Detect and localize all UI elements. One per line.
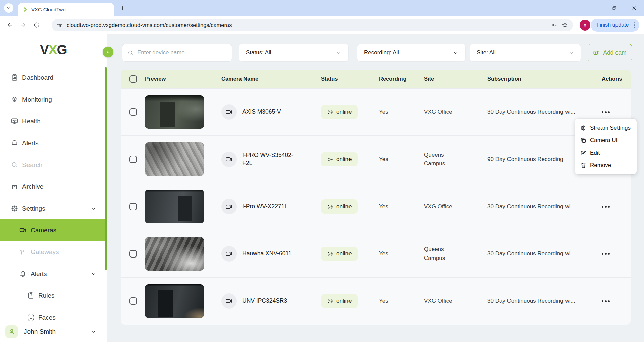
window-close-button[interactable]: [624, 0, 644, 16]
chevron-down-icon: [453, 50, 459, 56]
camera-name: Hanwha XNV-6011: [242, 250, 292, 258]
app-root: VXG Dashboard Monitoring Health Alerts S…: [0, 34, 644, 342]
status-filter-dropdown[interactable]: Status: All: [239, 44, 349, 62]
finish-update-button[interactable]: Finish update: [591, 19, 639, 32]
sidebar-item-health[interactable]: Health: [0, 110, 107, 132]
row-actions-button[interactable]: [602, 249, 622, 259]
header-status: Status: [321, 76, 379, 82]
browser-tab[interactable]: VXG CloudTwo: [18, 3, 114, 16]
tab-close-icon[interactable]: [103, 6, 111, 13]
camera-preview-thumbnail[interactable]: [145, 237, 204, 271]
window-minimize-button[interactable]: [585, 0, 604, 16]
camera-preview-thumbnail[interactable]: [145, 95, 204, 129]
password-key-icon[interactable]: [551, 22, 557, 28]
menu-item-edit[interactable]: Edit: [575, 147, 637, 159]
recording-cell: Yes: [379, 109, 424, 115]
sidebar-item-monitoring[interactable]: Monitoring: [0, 89, 107, 110]
signal-icon: [327, 156, 333, 163]
webcam-icon: [11, 96, 18, 103]
sidebar-item-cameras[interactable]: Cameras: [0, 219, 107, 241]
tab-search-button[interactable]: [4, 3, 13, 13]
signal-icon: [327, 204, 333, 210]
row-checkbox[interactable]: [129, 297, 137, 305]
profile-avatar[interactable]: Y: [580, 20, 590, 31]
sidebar-item-search[interactable]: Search: [0, 154, 107, 176]
header-actions: Actions: [602, 76, 622, 82]
gear-icon: [11, 205, 18, 212]
recording-filter-dropdown[interactable]: Recording: All: [357, 44, 466, 62]
sidebar-item-archive[interactable]: Archive: [0, 176, 107, 197]
camera-name: I-Pro WV-X2271L: [242, 203, 288, 211]
site-info-icon[interactable]: [56, 22, 63, 28]
finish-update-label: Finish update: [596, 22, 629, 28]
address-bar[interactable]: cloudtwo-prod.vxgdemo.cloud-vms.com/cust…: [52, 19, 573, 31]
chevron-down-icon: [6, 6, 11, 10]
row-actions-button[interactable]: [602, 107, 622, 117]
header-recording: Recording: [379, 76, 424, 82]
site-cell: VXG Office: [424, 202, 462, 211]
row-checkbox[interactable]: [129, 203, 137, 210]
tab-favicon: [23, 7, 28, 12]
camera-preview-thumbnail[interactable]: [145, 142, 204, 176]
forward-button[interactable]: [17, 19, 29, 31]
camera-icon: [221, 246, 237, 262]
gear-icon: [580, 125, 587, 131]
new-tab-button[interactable]: [118, 4, 127, 12]
add-camera-button[interactable]: Add cam: [588, 44, 632, 61]
row-checkbox[interactable]: [129, 250, 137, 258]
chevron-down-icon: [568, 50, 574, 56]
table-row: UNV IPC324SR3 online Yes VXG Office 30 D…: [121, 277, 631, 325]
camera-plus-icon: [593, 49, 600, 56]
menu-item-remove[interactable]: Remove: [575, 159, 637, 171]
sidebar-item-dashboard[interactable]: Dashboard: [0, 67, 107, 89]
reload-button[interactable]: [31, 19, 42, 31]
sidebar-scrollbar[interactable]: [105, 67, 107, 270]
sidebar-item-rules[interactable]: Rules: [0, 285, 107, 306]
camera-preview-thumbnail[interactable]: [145, 190, 204, 223]
status-badge: online: [321, 294, 358, 308]
row-checkbox[interactable]: [129, 156, 137, 163]
window-restore-button[interactable]: [604, 0, 624, 16]
search-input[interactable]: [137, 49, 227, 56]
archive-icon: [11, 183, 18, 190]
table-row: AXIS M3065-V online Yes VXG Office 30 Da…: [121, 88, 631, 135]
site-cell: Queens Campus: [424, 245, 462, 263]
menu-item-camera-ui[interactable]: Camera UI: [575, 134, 637, 147]
search-icon: [11, 161, 18, 169]
browser-menu-icon[interactable]: [632, 22, 636, 28]
camera-icon: [221, 199, 237, 214]
copy-icon: [580, 137, 587, 144]
site-cell: Queens Campus: [424, 151, 462, 168]
row-checkbox[interactable]: [129, 108, 137, 116]
device-search: [122, 44, 232, 62]
subscription-cell: 30 Day Continuous Recording wi...: [487, 203, 602, 210]
bookmark-star-icon[interactable]: [561, 22, 568, 28]
subscription-cell: 30 Day Continuous Recording wi...: [487, 298, 602, 304]
recording-cell: Yes: [379, 298, 424, 304]
camera-icon: [221, 152, 237, 167]
chevron-down-icon: [91, 271, 97, 277]
status-badge: online: [321, 247, 358, 261]
back-button[interactable]: [4, 19, 15, 31]
url-text: cloudtwo-prod.vxgdemo.cloud-vms.com/cust…: [67, 22, 547, 28]
signal-icon: [327, 298, 333, 304]
sidebar-item-alerts-settings[interactable]: Alerts: [0, 263, 107, 285]
site-cell: VXG Office: [424, 108, 462, 116]
select-all-checkbox[interactable]: [129, 75, 137, 83]
face-scan-icon: [27, 314, 35, 321]
sidebar-item-settings[interactable]: Settings: [0, 197, 107, 219]
row-actions-button[interactable]: [602, 296, 622, 306]
camera-preview-thumbnail[interactable]: [145, 284, 204, 318]
camera-name: I-PRO WV-S35402-F2L: [242, 151, 300, 167]
sidebar-item-gateways[interactable]: Gateways: [0, 241, 107, 263]
person-icon: [8, 328, 15, 335]
row-actions-button[interactable]: [602, 202, 622, 212]
health-monitor-icon: [11, 117, 18, 125]
menu-item-stream-settings[interactable]: Stream Settings: [575, 122, 637, 134]
edit-icon: [580, 150, 587, 156]
site-filter-dropdown[interactable]: Site: All: [470, 44, 581, 62]
bell-icon: [19, 270, 27, 278]
sidebar-item-alerts[interactable]: Alerts: [0, 132, 107, 154]
user-menu[interactable]: John Smith: [0, 321, 107, 342]
sidebar-collapse-button[interactable]: [103, 47, 113, 57]
